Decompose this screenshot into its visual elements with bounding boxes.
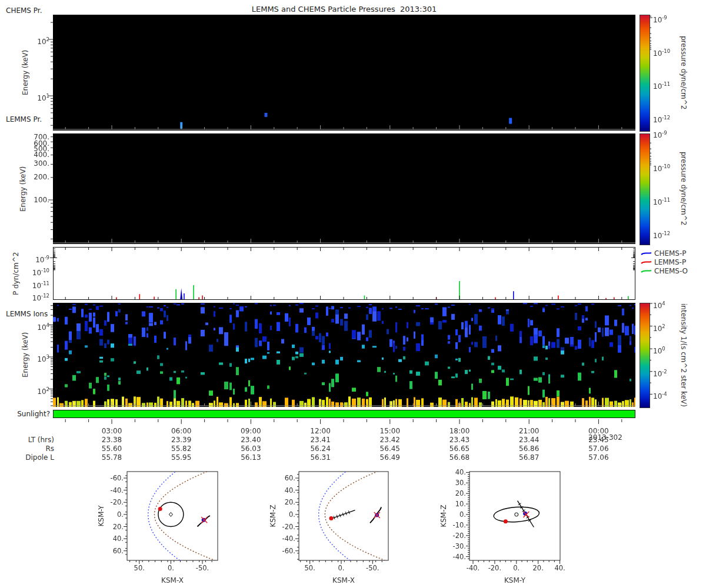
colorbar-tick-label: 10-10	[653, 162, 670, 173]
row-label-lt: LT (hrs)	[13, 436, 54, 444]
colorbar-tick-label: 10-2	[653, 368, 667, 378]
orbit-y-tick-label: -60.	[87, 474, 124, 482]
legend-item-lemms-p: LEMMS-P	[654, 258, 686, 266]
legend-item-chems-p: CHEMS-P	[654, 249, 687, 258]
dipole-value: 55.95	[161, 453, 202, 462]
colorbar-tick-label: 102	[653, 322, 665, 333]
pressure-y-tick-label: 10-10	[13, 266, 49, 277]
chems-pr-label: CHEMS Pr.	[6, 6, 42, 15]
ions-y-tick-label: 103	[13, 353, 49, 363]
colorbar-tick-label: 10-11	[653, 80, 670, 91]
magnetopause-curve	[325, 469, 385, 561]
mimi-particle-pressure-figure: LEMMS and CHEMS Particle Pressures 2013:…	[0, 0, 706, 588]
orbit-x-axis-label: KSM-Y	[504, 576, 526, 584]
legend-line-sample	[641, 253, 651, 255]
pressure-lineplot-panel	[53, 247, 635, 300]
page-title: LEMMS and CHEMS Particle Pressures 2013:…	[0, 5, 688, 14]
sunlight-status-bar	[53, 410, 635, 418]
orbit-y-tick-label: -20.	[429, 532, 466, 540]
orbit-time-tick	[342, 513, 344, 516]
orbit-plot-frame	[127, 472, 218, 560]
colorbar-tick-label: 10-11	[653, 196, 670, 206]
orbit-y-tick-label: 40.	[429, 468, 466, 476]
orbit-time-tick	[337, 515, 338, 519]
orbit-y-tick-label: -20.	[87, 498, 124, 506]
orbit-y-tick-label: 10.	[429, 500, 466, 508]
legend-item-chems-o: CHEMS-O	[654, 267, 688, 275]
pressure-y-tick-label: 10-11	[13, 279, 49, 290]
colorbar-tick-label: 10-9	[653, 129, 667, 139]
dipole-value: 56.13	[230, 453, 271, 462]
titan-orbit-ellipse	[493, 506, 540, 523]
lemms-ions-spectrogram-canvas	[53, 303, 635, 407]
orbit-y-tick-label: 20.	[429, 489, 466, 497]
spacecraft-x-marker	[523, 512, 529, 517]
chems-y-tick-label: 102	[13, 35, 49, 46]
saturn-marker	[169, 512, 172, 516]
titan-orbit-circle	[158, 502, 184, 526]
rs-value: 56.65	[439, 445, 480, 453]
orbit-plot-frame	[469, 472, 560, 560]
orbit-x-tick-label: -50.	[182, 564, 223, 572]
orbit-time-tick	[345, 512, 347, 515]
orbit-y-tick-label: 0.	[429, 510, 466, 519]
orbit-y-tick-label: 20.	[87, 523, 124, 531]
orbit-y-tick-label: 40.	[87, 534, 124, 543]
colorbar-tick-label: 10-10	[653, 47, 670, 58]
orbit-x-axis-label: KSM-X	[161, 576, 184, 584]
lt-value: 23.44	[508, 436, 550, 444]
time-tick-label: 21:00	[508, 427, 550, 435]
lt-value: 23.41	[300, 436, 341, 444]
spacecraft-position-dot	[523, 512, 527, 516]
lemms-y-tick-label: 100.	[13, 196, 49, 204]
rs-value: 56.03	[230, 445, 271, 453]
orbit-y-tick-label: -40.	[429, 553, 466, 561]
colorbar-tick-label: 10-9	[653, 14, 667, 24]
orbit-time-tick	[518, 503, 521, 505]
spacecraft-trajectory-arc	[198, 516, 210, 527]
time-tick-label: 06:00	[161, 427, 202, 435]
lt-value: 23.38	[91, 436, 132, 444]
lt-value: 23.43	[439, 436, 480, 444]
pressure-y-tick-label: 10-12	[13, 292, 49, 302]
ions-intensity-colorbar	[640, 303, 650, 408]
orbit-y-tick-label: -60.	[259, 547, 295, 555]
orbit-time-tick	[334, 516, 335, 519]
lt-value: 23.40	[230, 436, 271, 444]
orbit-y-tick-label: 30.	[429, 479, 466, 487]
spacecraft-x-marker	[201, 517, 207, 523]
orbit-y-tick-label: 60.	[259, 474, 295, 482]
orbit-x-axis-label: KSM-X	[332, 576, 355, 584]
lemms-pressure-panel	[53, 133, 635, 244]
orbit-y-tick-label: -30.	[429, 542, 466, 550]
chems-colorbar-title: pressure dyne/cm^2	[680, 15, 688, 131]
colorbar-tick-label: 10-4	[653, 390, 667, 400]
moon-position-dot	[504, 519, 508, 523]
orbit-plot-frame	[299, 472, 388, 560]
lemms-y-tick-label: 200.	[13, 173, 49, 181]
row-label-rs: Rs	[13, 445, 54, 453]
chems-y-tick-label: 101	[13, 92, 49, 102]
dipole-value: 56.49	[369, 453, 411, 462]
cassini-orbit-line	[518, 501, 534, 527]
legend-line-sample	[641, 270, 651, 272]
lemms-ions-panel	[53, 303, 635, 407]
dipole-value: 56.68	[439, 453, 480, 462]
orbit-time-tick	[520, 506, 523, 508]
orbit-y-tick-label: -40.	[87, 486, 124, 495]
ions-colorbar-title: intensity 1/(s cm^2 ster keV)	[680, 303, 688, 407]
orbit-x-tick-label: -50.	[352, 564, 393, 572]
lemms-y-tick-label: 300.	[13, 159, 49, 168]
dipole-value: 57.06	[578, 453, 619, 462]
orbit-time-tick	[528, 520, 531, 522]
rs-value: 56.24	[300, 445, 341, 453]
rs-value: 55.82	[161, 445, 202, 453]
saturn-marker	[515, 513, 518, 516]
rs-value: 56.86	[508, 445, 550, 453]
chems-pressure-colorbar	[640, 15, 650, 132]
lemms-pressure-colorbar	[640, 133, 650, 245]
spacecraft-trajectory-arc	[370, 507, 381, 523]
colorbar-tick-label: 104	[653, 299, 665, 310]
lt-value: 23.42	[369, 436, 411, 444]
lemms-y-tick-label: 400.	[13, 151, 49, 159]
